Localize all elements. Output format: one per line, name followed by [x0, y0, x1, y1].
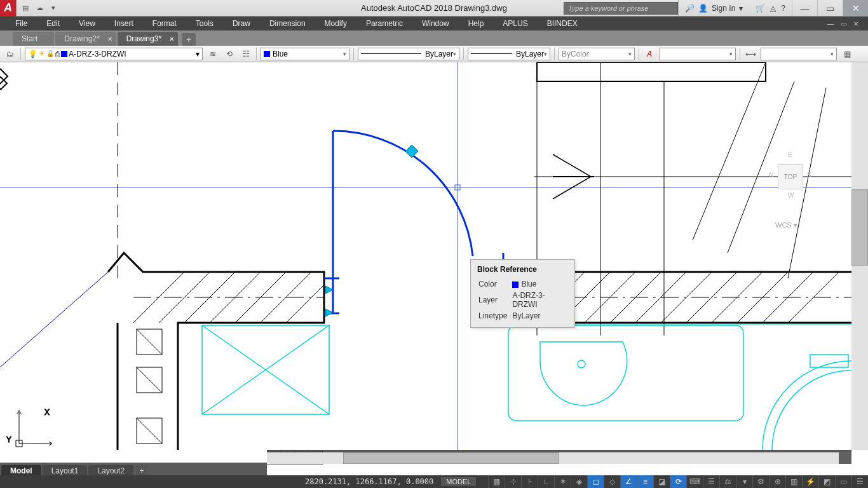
- cloud-icon[interactable]: ☁: [34, 3, 44, 13]
- separator: [20, 48, 21, 60]
- ortho-toggle-icon[interactable]: ∟: [538, 475, 554, 488]
- scrollbar-thumb[interactable]: [851, 189, 868, 266]
- annotation-scale-icon[interactable]: ⚖: [719, 475, 736, 488]
- menu-view[interactable]: View: [70, 18, 104, 29]
- doc-restore-button[interactable]: ▭: [837, 18, 849, 29]
- minimize-button[interactable]: —: [792, 0, 817, 16]
- app-icon[interactable]: ◬: [770, 4, 776, 13]
- tab-drawing3[interactable]: Drawing3*✕: [118, 32, 178, 46]
- tooltip-value: Blue: [521, 280, 536, 288]
- app-logo[interactable]: A: [0, 0, 17, 17]
- layer-states-icon[interactable]: ☷: [240, 48, 252, 60]
- doc-minimize-button[interactable]: —: [825, 18, 836, 29]
- menu-dropdown-icon[interactable]: ▤: [20, 3, 31, 13]
- tab-drawing2[interactable]: Drawing2*✕: [55, 32, 116, 46]
- menu-biindex[interactable]: BIINDEX: [538, 18, 587, 29]
- linetype-dropdown[interactable]: ByLayer ▾: [358, 48, 459, 60]
- color-swatch: [512, 281, 519, 288]
- menu-draw[interactable]: Draw: [224, 18, 259, 29]
- doc-close-button[interactable]: ✕: [850, 18, 862, 29]
- quickprops-toggle-icon[interactable]: ☰: [703, 475, 719, 488]
- layer-manager-icon[interactable]: 🗂: [4, 48, 17, 60]
- annotation-monitor-icon[interactable]: ⊕: [769, 475, 785, 488]
- app-title: Autodesk AutoCAD 2018 Drawing3.dwg: [361, 3, 507, 13]
- search-input[interactable]: Type a keyword or phrase: [564, 2, 678, 15]
- transparency-toggle-icon[interactable]: ◪: [653, 475, 670, 488]
- snap-toggle-icon[interactable]: ⊹: [505, 475, 521, 488]
- units-icon[interactable]: ▥: [785, 475, 802, 488]
- layer-dropdown[interactable]: 💡 ☀ 🔓 ⎙ A-DRZ-3-DRZWI ▾: [25, 48, 203, 60]
- isolate-icon[interactable]: ◩: [818, 475, 835, 488]
- lineweight-dropdown[interactable]: ByLayer ▾: [468, 48, 550, 60]
- menu-aplus[interactable]: APLUS: [494, 18, 536, 29]
- space-tag[interactable]: MODEL: [441, 477, 476, 486]
- svg-rect-3: [537, 62, 766, 81]
- menu-tools[interactable]: Tools: [187, 18, 222, 29]
- svg-line-44: [137, 418, 162, 444]
- new-tab-button[interactable]: +: [182, 33, 196, 46]
- hardware-accel-icon[interactable]: ⚡: [802, 475, 818, 488]
- quick-access-toolbar: ▤ ☁ ▾: [17, 3, 62, 13]
- menu-edit[interactable]: Edit: [37, 18, 69, 29]
- plotstyle-name: ByColor: [562, 50, 589, 58]
- menu-insert[interactable]: Insert: [105, 18, 142, 29]
- drawing-canvas[interactable]: X Y Block Reference ColorBlue LayerA-DRZ…: [0, 62, 851, 450]
- osnap-toggle-icon[interactable]: ◻: [587, 475, 604, 488]
- status-bar: 2820.2131, 1266.1167, 0.0000 MODEL ▦ ⊹ ⊦…: [0, 475, 868, 488]
- svg-line-8: [728, 81, 794, 253]
- infer-toggle-icon[interactable]: ⊦: [521, 475, 538, 488]
- dynamic-input-icon[interactable]: ⌨: [686, 475, 703, 488]
- lineweight-name: ByLayer: [516, 50, 544, 58]
- layer-prev-icon[interactable]: ⟲: [223, 48, 236, 60]
- menu-parametric[interactable]: Parametric: [357, 18, 412, 29]
- textstyle-icon[interactable]: A: [643, 48, 656, 60]
- isoplane-toggle-icon[interactable]: ◈: [571, 475, 587, 488]
- binoculars-icon: 🔎: [685, 4, 695, 13]
- color-dropdown[interactable]: Blue ▾: [261, 48, 349, 60]
- scrollbar-thumb[interactable]: [343, 452, 559, 464]
- 3dosnap-toggle-icon[interactable]: ◇: [604, 475, 620, 488]
- dropdown-icon[interactable]: ▾: [48, 3, 58, 13]
- cleanscreen-icon[interactable]: ▭: [835, 475, 851, 488]
- customize-icon[interactable]: ☰: [851, 475, 868, 488]
- plotstyle-dropdown[interactable]: ByColor ▾: [559, 48, 635, 60]
- workspace-icon[interactable]: ⚙: [752, 475, 769, 488]
- layer-match-icon[interactable]: ≋: [207, 48, 219, 60]
- dimstyle-dropdown[interactable]: ▾: [761, 48, 837, 60]
- close-button[interactable]: ✕: [843, 0, 868, 16]
- menu-format[interactable]: Format: [144, 18, 186, 29]
- color-swatch: [61, 51, 67, 57]
- dropdown-icon: ▾: [739, 4, 743, 13]
- menu-dimension[interactable]: Dimension: [261, 18, 315, 29]
- tab-start[interactable]: Start: [13, 32, 54, 46]
- vertical-scrollbar[interactable]: [851, 62, 868, 450]
- cart-icon[interactable]: 🛒: [756, 4, 765, 13]
- window-controls: — ▭ ✕: [792, 0, 868, 16]
- menu-window[interactable]: Window: [413, 18, 458, 29]
- grid-toggle-icon[interactable]: ▦: [488, 475, 505, 488]
- tablestyle-icon[interactable]: ▦: [841, 48, 853, 60]
- horizontal-scrollbar[interactable]: [267, 452, 839, 464]
- chevron-down-icon: ▾: [831, 51, 834, 57]
- menu-help[interactable]: Help: [459, 18, 493, 29]
- separator: [463, 48, 464, 60]
- svg-marker-60: [325, 309, 333, 316]
- menu-file[interactable]: File: [6, 18, 36, 29]
- menu-modify[interactable]: Modify: [316, 18, 356, 29]
- chevron-down-icon: ▾: [544, 51, 547, 57]
- help-icon[interactable]: ?: [781, 4, 785, 13]
- close-icon[interactable]: ✕: [107, 36, 112, 43]
- chevron-down-icon: ▾: [729, 51, 733, 57]
- dimstyle-icon[interactable]: ⟷: [744, 48, 757, 60]
- otrack-toggle-icon[interactable]: ∠: [620, 475, 637, 488]
- selection-cycling-icon[interactable]: ⟳: [670, 475, 686, 488]
- close-icon[interactable]: ✕: [169, 36, 174, 43]
- scale-list-icon[interactable]: ▾: [736, 475, 752, 488]
- polar-toggle-icon[interactable]: ✶: [554, 475, 571, 488]
- textstyle-dropdown[interactable]: ▾: [660, 48, 736, 60]
- maximize-button[interactable]: ▭: [817, 0, 843, 16]
- lineweight-toggle-icon[interactable]: ≡: [637, 475, 653, 488]
- tab-label: Drawing2*: [64, 34, 99, 43]
- signin-button[interactable]: 🔎 👤 Sign In ▾: [678, 0, 749, 16]
- svg-line-17: [0, 272, 108, 367]
